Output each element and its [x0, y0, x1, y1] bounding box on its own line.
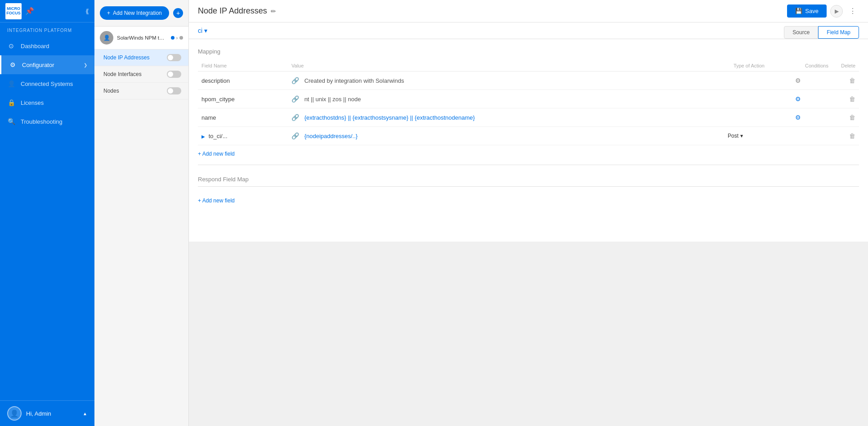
gear-icon[interactable]: ⚙	[795, 77, 801, 84]
page-title: Node IP Addresses	[198, 6, 267, 16]
avatar-text: 👤	[103, 35, 110, 41]
play-icon: ▶	[835, 8, 839, 14]
dots-icon: ⋮	[849, 7, 856, 15]
tabs-row: ci ▾ Source Field Map	[189, 22, 868, 39]
type-cell-description	[724, 72, 792, 90]
gear-icon[interactable]: ⚙	[795, 114, 801, 121]
user-area: 👤 Hi, Admin	[7, 406, 51, 421]
ci-chevron-down-icon: ▾	[204, 27, 207, 34]
mapping-section-label: Mapping	[198, 48, 859, 55]
expand-arrow-icon[interactable]: ▶	[201, 134, 205, 139]
logo-area: MICROFOCUS 📌	[5, 3, 34, 19]
value-text-blue: {extracthostdns} || {extracthostsysname}…	[304, 114, 475, 121]
toggle-node-ip[interactable]	[167, 54, 181, 61]
trash-icon[interactable]: 🗑	[849, 95, 855, 103]
field-name-name: name	[198, 108, 288, 127]
more-options-button[interactable]: ⋮	[846, 5, 859, 18]
sidebar-item-connected-systems[interactable]: 👤 Connected Systems	[0, 74, 94, 93]
pin-icon[interactable]: 📌	[25, 7, 34, 15]
value-cell-name: 🔗 {extracthostdns} || {extracthostsysnam…	[288, 108, 724, 127]
trash-icon[interactable]: 🗑	[849, 132, 855, 139]
configurator-icon: ⚙	[9, 61, 17, 69]
sub-nav-node-ip-addresses[interactable]: Node IP Addresses	[94, 49, 188, 66]
col-type: Type of Action	[724, 60, 792, 72]
sidebar-item-label: Connected Systems	[21, 81, 73, 87]
col-value: Value	[288, 60, 724, 72]
value-text-blue: {nodeipaddresses/..}	[304, 133, 358, 139]
ci-selector[interactable]: ci ▾	[198, 27, 207, 38]
licenses-icon: 🔒	[7, 99, 15, 107]
expand-button[interactable]: +	[173, 8, 183, 18]
sub-nav-label: Node IP Addresses	[103, 54, 150, 61]
table-row: description 🔗 Created by integration wit…	[198, 72, 859, 90]
conditions-cell-hpom: ⚙	[792, 90, 832, 108]
toggle-node-interfaces[interactable]	[167, 71, 181, 78]
gray-area	[189, 242, 868, 426]
sub-nav-nodes[interactable]: Nodes	[94, 83, 188, 99]
content-area: Mapping Field Name Value Type of Action …	[189, 39, 868, 242]
dropdown-chevron-icon: ▾	[740, 133, 743, 139]
sidebar-item-configurator[interactable]: ⚙ Configurator ❯	[0, 55, 94, 74]
main-content: Node IP Addresses ✏ 💾 Save ▶ ⋮ ci ▾ Sour…	[189, 0, 868, 426]
platform-label: INTEGRATION PLATFORM	[0, 22, 94, 36]
value-text: nt || unix || zos || node	[304, 96, 361, 103]
delete-cell-description: 🗑	[832, 72, 859, 90]
dashboard-icon: ⊙	[7, 42, 15, 50]
tab-source-label: Source	[792, 29, 810, 36]
col-conditions: Conditions	[792, 60, 832, 72]
add-field-link[interactable]: + Add new field	[198, 151, 235, 157]
divider	[198, 165, 859, 165]
gear-icon[interactable]: ⚙	[795, 95, 801, 103]
ci-label: ci	[198, 27, 202, 34]
user-label: Hi, Admin	[26, 410, 51, 417]
user-menu-chevron-icon: ▲	[83, 411, 87, 416]
value-cell-hpom: 🔗 nt || unix || zos || node	[288, 90, 724, 108]
sidebar-nav: ⊙ Dashboard ⚙ Configurator ❯ 👤 Connected…	[0, 36, 94, 400]
type-cell-name	[724, 108, 792, 127]
field-name-description: description	[198, 72, 288, 90]
type-cell-hpom	[724, 90, 792, 108]
sidebar-item-label: Licenses	[21, 99, 44, 106]
sidebar-item-licenses[interactable]: 🔒 Licenses	[0, 93, 94, 112]
sidebar-item-troubleshooting[interactable]: 🔍 Troubleshooting	[0, 112, 94, 131]
sidebar-item-label: Dashboard	[21, 43, 49, 49]
edit-icon[interactable]: ✏	[271, 8, 276, 15]
trash-icon[interactable]: 🗑	[849, 114, 855, 121]
conditions-cell-toci	[792, 127, 832, 145]
header-actions: 💾 Save ▶ ⋮	[787, 4, 859, 18]
integration-avatar: 👤	[100, 31, 113, 45]
mapping-table: Field Name Value Type of Action Conditio…	[198, 60, 859, 145]
avatar: 👤	[7, 406, 22, 421]
sidebar-header: MICROFOCUS 📌 ⟪	[0, 0, 94, 22]
link-icon: 🔗	[291, 77, 299, 84]
page-title-area: Node IP Addresses ✏	[198, 6, 276, 16]
col-delete: Delete	[832, 60, 859, 72]
post-label: Post	[728, 133, 738, 139]
integration-item[interactable]: 👤 SolarWinds NPM topology t... ›	[94, 27, 188, 49]
delete-cell-name: 🗑	[832, 108, 859, 127]
tabs-right: Source Field Map	[784, 26, 859, 39]
post-dropdown[interactable]: Post ▾	[728, 133, 788, 139]
middle-panel: + Add New Integration + 👤 SolarWinds NPM…	[94, 0, 189, 426]
collapse-icon[interactable]: ⟪	[85, 8, 89, 15]
link-icon: 🔗	[291, 114, 299, 121]
add-integration-button[interactable]: + Add New Integration	[100, 6, 169, 20]
table-row: ▶ to_ci/... 🔗 {nodeipaddresses/..} Post …	[198, 127, 859, 145]
plus-icon: +	[107, 10, 110, 16]
sidebar: MICROFOCUS 📌 ⟪ INTEGRATION PLATFORM ⊙ Da…	[0, 0, 94, 426]
respond-add-field-link[interactable]: + Add new field	[198, 197, 235, 204]
link-icon: 🔗	[291, 95, 299, 103]
sidebar-footer[interactable]: 👤 Hi, Admin ▲	[0, 400, 94, 426]
sidebar-item-dashboard[interactable]: ⊙ Dashboard	[0, 36, 94, 55]
save-button[interactable]: 💾 Save	[787, 4, 827, 18]
table-row: name 🔗 {extracthostdns} || {extracthosts…	[198, 108, 859, 127]
logo-box: MICROFOCUS	[5, 3, 22, 19]
trash-icon[interactable]: 🗑	[849, 77, 855, 84]
run-button[interactable]: ▶	[830, 5, 843, 18]
tab-field-map[interactable]: Field Map	[818, 26, 859, 39]
toggle-nodes[interactable]	[167, 87, 181, 94]
tab-source[interactable]: Source	[784, 26, 818, 39]
connected-systems-icon: 👤	[7, 80, 15, 88]
sub-nav-node-interfaces[interactable]: Node Interfaces	[94, 66, 188, 83]
main-header: Node IP Addresses ✏ 💾 Save ▶ ⋮	[189, 0, 868, 22]
